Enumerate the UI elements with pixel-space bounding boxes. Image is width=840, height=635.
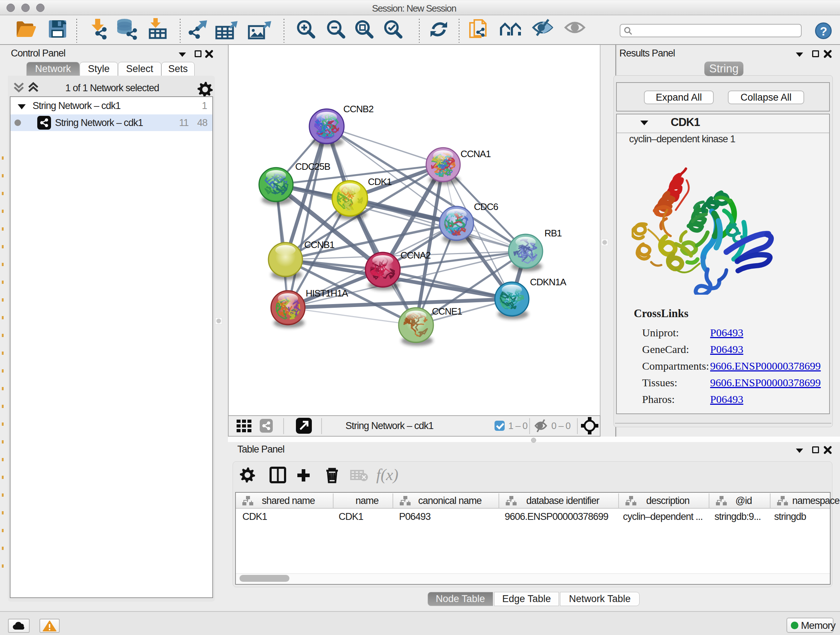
svg-text:0 – 0: 0 – 0 bbox=[551, 420, 570, 431]
svg-text:CDC25B: CDC25B bbox=[295, 161, 330, 172]
svg-text:RB1: RB1 bbox=[545, 228, 562, 239]
svg-text:CCNB2: CCNB2 bbox=[343, 103, 374, 114]
svg-text:CDK1: CDK1 bbox=[368, 176, 392, 187]
svg-text:CCNA1: CCNA1 bbox=[461, 149, 491, 159]
svg-text:HIST1H1A: HIST1H1A bbox=[306, 288, 348, 299]
svg-text:CDC6: CDC6 bbox=[474, 201, 498, 212]
svg-text:1 – 0: 1 – 0 bbox=[508, 420, 527, 431]
svg-text:CDKN1A: CDKN1A bbox=[530, 277, 567, 287]
svg-text:CCNB1: CCNB1 bbox=[304, 239, 335, 250]
svg-text:CCNA2: CCNA2 bbox=[401, 250, 431, 261]
svg-text:f(x): f(x) bbox=[376, 466, 398, 484]
svg-text:CCNE1: CCNE1 bbox=[432, 306, 462, 317]
svg-text:String Network – cdk1: String Network – cdk1 bbox=[346, 420, 433, 431]
